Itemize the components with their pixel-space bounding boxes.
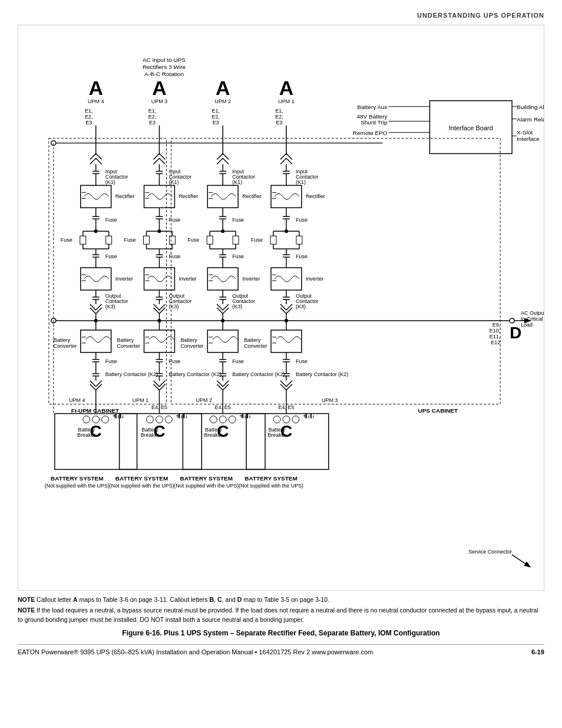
battery-contactor-col4: Battery Contactor (K2) (296, 371, 348, 377)
svg-rect-88 (144, 236, 150, 244)
battery-breaker-col4: Battery (269, 427, 286, 433)
fuse3-col4: Fuse (296, 253, 308, 259)
inverter-col1: Inverter (115, 276, 133, 282)
upm2-letter: A (216, 77, 230, 99)
ups-cabinet-label: UPS CABINET (418, 407, 458, 414)
svg-rect-99 (144, 268, 175, 290)
svg-text:Converter: Converter (244, 343, 267, 349)
fuse2-col1: Fuse (61, 237, 72, 243)
svg-text:E10,: E10, (490, 328, 500, 334)
svg-text:Load: Load (521, 322, 533, 328)
svg-rect-91 (169, 236, 175, 244)
note2-text: If the load requires a neutral, a bypass… (18, 607, 538, 623)
svg-line-315 (512, 555, 530, 566)
upm4-letter: A (88, 77, 103, 99)
battery-breaker-col1: Battery (78, 427, 95, 433)
svg-point-86 (157, 229, 161, 233)
figure-caption: Figure 6-16. Plus 1 UPS System – Separat… (18, 629, 544, 637)
svg-text:(Not supplied with the UPS): (Not supplied with the UPS) (45, 483, 110, 489)
svg-point-306 (292, 416, 299, 423)
svg-text:E12: E12 (491, 340, 500, 345)
rectifier-col2: Rectifier (178, 193, 198, 199)
svg-text:E3: E3 (85, 120, 92, 126)
rectifier-col1: Rectifier (115, 193, 135, 199)
battery-system-col2: BATTERY SYSTEM (115, 475, 168, 482)
note1-label: NOTE (18, 596, 35, 603)
svg-text:Shunt Trip: Shunt Trip (361, 119, 388, 126)
x-slot-label: X-Slot (517, 129, 533, 136)
alarm-relays-label: Alarm Relays (517, 116, 544, 123)
svg-point-126 (221, 229, 224, 233)
battery-breaker-col2: Battery (141, 427, 158, 433)
svg-text:Breaker: Breaker (77, 433, 95, 439)
svg-rect-128 (207, 236, 213, 244)
svg-point-304 (273, 416, 280, 423)
note-1: NOTE Callout letter A maps to Table 3-6 … (18, 595, 544, 605)
svg-point-294 (229, 416, 236, 423)
svg-point-267 (83, 416, 90, 423)
note1-text: Callout letter A maps to Table 3-6 on pa… (37, 596, 329, 603)
svg-rect-77 (144, 185, 175, 207)
note2-label: NOTE (18, 607, 35, 614)
upm2-bottom-label: UPM 2 (196, 397, 212, 403)
svg-rect-179 (271, 268, 302, 290)
upm1-label: UPM 1 (278, 98, 294, 104)
fuse3-col3: Fuse (232, 253, 244, 259)
svg-text:(K3): (K3) (168, 304, 178, 309)
page-header: UNDERSTANDING UPS OPERATION (18, 12, 544, 19)
svg-text:E2,: E2, (148, 114, 156, 120)
svg-rect-51 (106, 236, 112, 244)
svg-text:Breaker: Breaker (267, 433, 286, 439)
service-connector-label: Service Connector (468, 549, 512, 555)
svg-text:(K1): (K1) (296, 179, 306, 185)
svg-text:Breaker: Breaker (141, 433, 159, 439)
svg-point-166 (285, 229, 288, 233)
upm3-label: UPM 3 (151, 98, 167, 104)
footer-bar: EATON Powerware® 9395 UPS (650–825 kVA) … (18, 644, 544, 655)
battery-contactor-col3: Battery Contactor (K2) (232, 371, 285, 377)
notes-section: NOTE Callout letter A maps to Table 3-6 … (18, 595, 544, 624)
svg-text:(K3): (K3) (232, 304, 242, 309)
svg-text:(K1): (K1) (232, 179, 242, 185)
upm1-letter: A (279, 77, 294, 99)
rectifier-col4: Rectifier (306, 193, 325, 199)
battery-system-col3: BATTERY SYSTEM (180, 475, 233, 482)
building-alarms-label: Building Alarms (517, 104, 544, 110)
svg-text:E2,: E2, (275, 114, 283, 120)
footer-left: EATON Powerware® 9395 UPS (650–825 kVA) … (18, 648, 373, 655)
ac-output-label: AC Output (521, 310, 544, 316)
svg-rect-37 (81, 185, 111, 207)
fuse2-col4: Fuse (251, 237, 263, 243)
svg-text:E1,: E1, (148, 108, 156, 114)
battery-aux-label: Battery Aux (358, 104, 388, 110)
svg-text:(K3): (K3) (296, 304, 306, 309)
svg-text:to Critical: to Critical (521, 316, 543, 322)
inverter-col3: Inverter (242, 276, 260, 282)
svg-text:E11,: E11, (490, 334, 500, 340)
svg-point-46 (94, 229, 98, 233)
battery-system-col4: BATTERY SYSTEM (244, 475, 297, 482)
fuse2-col2: Fuse (124, 237, 136, 243)
svg-text:Converter: Converter (117, 343, 140, 349)
note-2: NOTE If the load requires a neutral, a b… (18, 606, 544, 625)
battery-converter-col4: Battery (244, 337, 261, 343)
fuse1-col3: Fuse (232, 217, 244, 223)
battery-contactor-col2: Battery Contactor (K2) (168, 371, 221, 377)
svg-rect-48 (80, 236, 86, 244)
fuse-battery-col1: Fuse (105, 358, 117, 364)
upm1-bottom-label: UPM 1 (133, 397, 148, 403)
svg-text:(Not supplied with the UPS): (Not supplied with the UPS) (109, 483, 174, 489)
svg-rect-117 (207, 185, 238, 207)
upm3-letter: A (152, 77, 167, 99)
svg-rect-171 (296, 236, 302, 244)
svg-text:Converter: Converter (180, 343, 203, 349)
svg-text:Breaker: Breaker (204, 433, 223, 439)
fuse1-col4: Fuse (296, 217, 308, 223)
fuse3-col1: Fuse (105, 253, 117, 259)
svg-text:E3: E3 (276, 120, 283, 126)
svg-text:(Not supplied with the UPS): (Not supplied with the UPS) (174, 483, 239, 489)
remote-epo-label: Remote EPO (353, 130, 388, 136)
svg-text:(Not supplied with the UPS): (Not supplied with the UPS) (239, 483, 303, 489)
svg-rect-262 (171, 139, 500, 404)
interface-board-label: Interface Board (449, 124, 493, 131)
